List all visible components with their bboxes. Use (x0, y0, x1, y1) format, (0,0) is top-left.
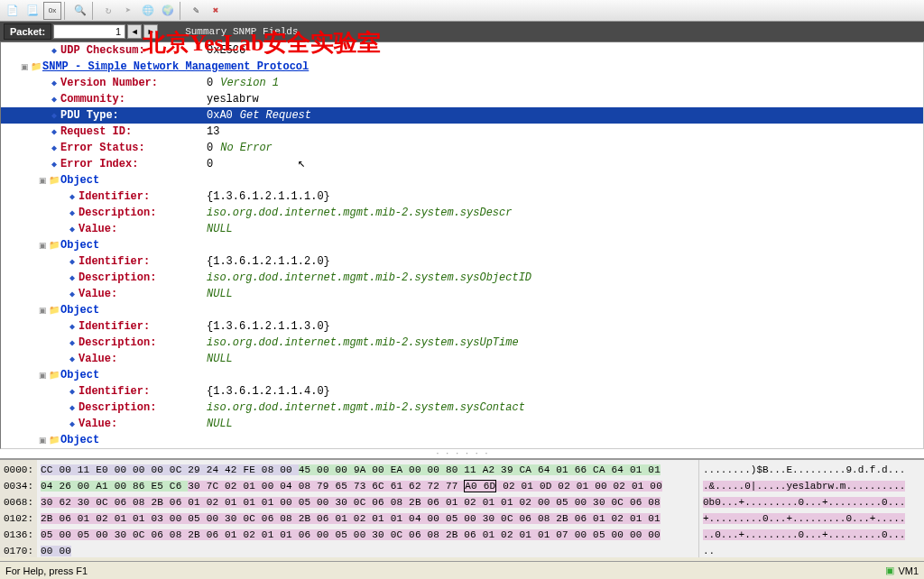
status-vm[interactable]: ▣ VM1 (885, 565, 919, 576)
tb-doc2-icon[interactable]: 📃 (23, 2, 42, 20)
tree-section[interactable]: ▣📁Object (1, 172, 923, 188)
delete-icon[interactable]: ✖ (207, 2, 225, 20)
expand-icon[interactable]: ▣ (37, 436, 48, 445)
row-value: 0xE5C6 (207, 44, 245, 57)
row-value: {1.3.6.1.2.1.1.4.0} (207, 385, 330, 398)
expand-icon[interactable]: ▣ (37, 371, 48, 380)
row-label: Description: (79, 336, 156, 349)
tb-hex-icon[interactable]: 0x (43, 2, 61, 20)
attr-icon: ◆ (66, 337, 79, 348)
tree-section[interactable]: ▣📁Object (1, 432, 923, 448)
row-value-desc: iso.org.dod.internet.mgmt.mib-2.system.s… (207, 336, 519, 349)
row-value-desc: iso.org.dod.internet.mgmt.mib-2.system.s… (207, 401, 525, 414)
tree-attr[interactable]: ◆Community:yeslabrw (1, 91, 923, 107)
attr-icon: ◆ (48, 142, 60, 153)
row-label: Identifier: (79, 320, 150, 333)
tree-attr[interactable]: ◆Identifier:{1.3.6.1.2.1.1.3.0} (1, 318, 923, 335)
expand-icon[interactable]: ▣ (37, 176, 48, 185)
row-value: 0 (207, 158, 213, 170)
attr-icon: ◆ (48, 126, 60, 137)
tree-attr[interactable]: ◆Identifier:{1.3.6.1.2.1.1.1.0} (1, 188, 923, 205)
tree-attr[interactable]: ◆Value:NULL (1, 416, 923, 432)
row-label: Identifier: (79, 385, 150, 398)
row-value-desc: No Error (220, 142, 273, 154)
row-label: Object (60, 304, 99, 317)
row-value-desc: Get Request (240, 109, 311, 122)
attr-icon: ◆ (66, 386, 79, 397)
packet-next-button[interactable]: ► (143, 24, 158, 39)
row-value-desc: NULL (207, 223, 233, 235)
row-label: Value: (79, 418, 117, 430)
attr-icon: ◆ (66, 207, 79, 218)
tree-attr[interactable]: ◆Value:NULL (1, 286, 923, 302)
pane-splitter[interactable]: · · · · · · (0, 449, 924, 458)
attr-icon: ◆ (66, 224, 79, 234)
tree-attr[interactable]: ◆Description:iso.org.dod.internet.mgmt.m… (1, 335, 923, 351)
row-value: 0 (207, 142, 213, 154)
refresh-icon[interactable]: ↻ (99, 2, 117, 20)
row-label: Identifier: (79, 190, 150, 203)
tree-attr[interactable]: ◆Description:iso.org.dod.internet.mgmt.m… (1, 205, 923, 221)
expand-icon[interactable]: ▣ (19, 62, 30, 71)
tree-attr[interactable]: ◆PDU Type:0xA0Get Request (1, 107, 923, 124)
tree-attr[interactable]: ◆Value:NULL (1, 221, 923, 237)
row-label: UDP Checksum: (60, 44, 145, 57)
tb-doc-icon[interactable]: 📄 (4, 2, 22, 20)
packet-prev-button[interactable]: ◄ (127, 24, 142, 39)
attr-icon: ◆ (48, 45, 60, 56)
attr-icon: ◆ (66, 272, 79, 283)
attr-icon: ◆ (48, 110, 60, 121)
tree-attr[interactable]: ◆Identifier:{1.3.6.1.2.1.1.2.0} (1, 253, 923, 270)
section-icon: 📁 (48, 370, 60, 381)
globe-icon[interactable]: 🌐 (139, 2, 157, 20)
tree-attr[interactable]: ◆Version Number:0Version 1 (1, 75, 923, 91)
tree-section[interactable]: ▣📁Object (1, 302, 923, 318)
expand-icon[interactable]: ▣ (37, 241, 48, 250)
tree-attr[interactable]: ◆Description:iso.org.dod.internet.mgmt.m… (1, 270, 923, 286)
tree-attr[interactable]: ◆Error Status:0No Error (1, 140, 923, 156)
packet-bar: Packet: ◄ ► Summary SNMP Fields (0, 22, 924, 41)
attr-icon: ◆ (66, 418, 79, 429)
vm-icon: ▣ (885, 565, 894, 576)
search-icon[interactable]: 🔍 (71, 2, 89, 20)
attr-icon: ◆ (66, 354, 79, 364)
tree-attr[interactable]: ◆Error Index:0 (1, 156, 923, 172)
packet-summary: Summary SNMP Fields (185, 26, 298, 37)
tree-attr[interactable]: ◆Value:NULL (1, 351, 923, 367)
tree-section[interactable]: ▣📁Object (1, 367, 923, 383)
row-value: 0xA0 (207, 109, 233, 122)
protocol-tree[interactable]: ◆UDP Checksum:0xE5C6▣📁SNMP - Simple Netw… (0, 41, 924, 449)
wand-icon[interactable]: ✎ (187, 2, 205, 20)
row-label: Description: (79, 207, 156, 219)
row-label: Object (60, 434, 99, 446)
tree-attr[interactable]: ◆Request ID:13 (1, 124, 923, 140)
tb-sep-2 (92, 2, 97, 20)
hex-bytes[interactable]: CC 00 11 E0 00 00 00 0C 29 24 42 FE 08 0… (37, 460, 698, 557)
row-value: 13 (207, 125, 219, 138)
expand-icon[interactable]: ▣ (37, 306, 48, 315)
tb-sep-3 (180, 2, 184, 20)
attr-icon: ◆ (48, 159, 60, 170)
tree-attr[interactable]: ◆UDP Checksum:0xE5C6 (1, 42, 923, 59)
attr-icon: ◆ (66, 191, 79, 202)
globe2-icon[interactable]: 🌍 (159, 2, 177, 20)
row-label: SNMP - Simple Network Management Protoco… (42, 60, 309, 73)
packet-input[interactable] (53, 24, 125, 39)
row-value-desc: iso.org.dod.internet.mgmt.mib-2.system.s… (207, 271, 531, 284)
attr-icon: ◆ (66, 321, 79, 332)
row-label: Description: (79, 271, 156, 284)
hex-pane[interactable]: 0000:0034:0068:0102:0136:0170: CC 00 11 … (0, 458, 924, 557)
row-label: Version Number: (60, 77, 158, 89)
tb-sep (64, 2, 69, 20)
status-bar: For Help, press F1 ▣ VM1 (0, 561, 924, 579)
tree-attr[interactable]: ◆Identifier:{1.3.6.1.2.1.1.4.0} (1, 383, 923, 400)
tree-section[interactable]: ▣📁Object (1, 237, 923, 253)
row-label: Request ID: (60, 125, 132, 138)
tree-attr[interactable]: ◆Description:iso.org.dod.internet.mgmt.m… (1, 400, 923, 416)
row-label: Value: (79, 223, 117, 235)
tree-section[interactable]: ▣📁SNMP - Simple Network Management Proto… (1, 59, 923, 75)
hex-offsets: 0000:0034:0068:0102:0136:0170: (0, 460, 37, 557)
arrow-icon[interactable]: ➤ (119, 2, 137, 20)
row-value: {1.3.6.1.2.1.1.3.0} (207, 320, 330, 333)
main-toolbar: 📄 📃 0x 🔍 ↻ ➤ 🌐 🌍 ✎ ✖ (0, 0, 924, 22)
